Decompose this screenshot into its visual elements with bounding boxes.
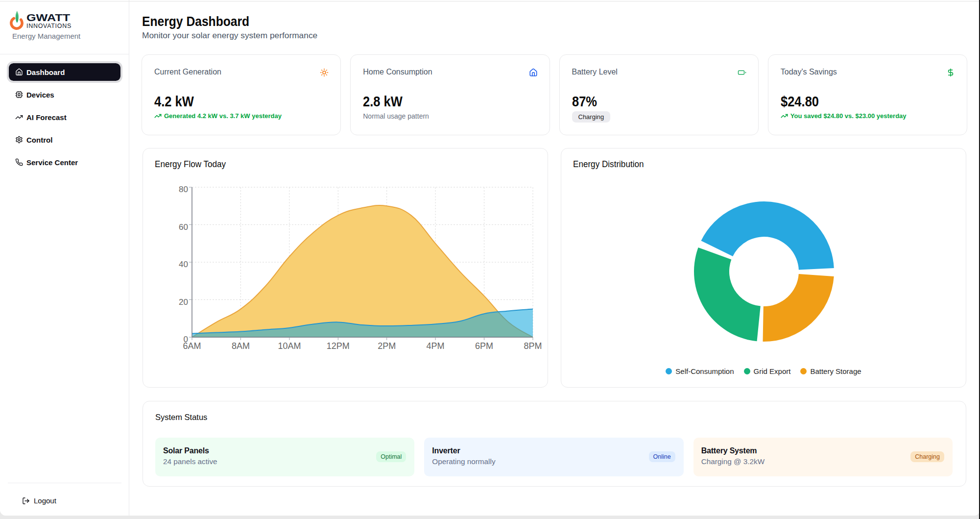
svg-text:8AM: 8AM <box>232 341 250 351</box>
svg-text:4PM: 4PM <box>427 341 445 351</box>
svg-text:20: 20 <box>179 297 188 307</box>
svg-text:40: 40 <box>179 260 188 269</box>
svg-text:60: 60 <box>179 222 188 232</box>
svg-text:2PM: 2PM <box>378 341 396 351</box>
svg-text:10AM: 10AM <box>278 341 301 351</box>
svg-text:12PM: 12PM <box>327 341 350 351</box>
svg-text:80: 80 <box>179 185 188 194</box>
svg-text:8PM: 8PM <box>524 341 542 351</box>
svg-text:6AM: 6AM <box>183 341 201 351</box>
svg-text:6PM: 6PM <box>475 341 493 351</box>
